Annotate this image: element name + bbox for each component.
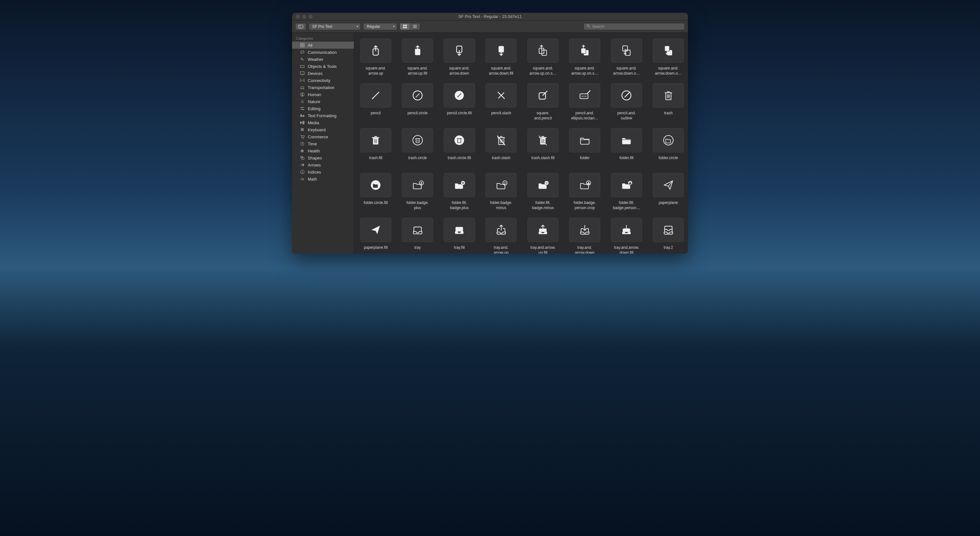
symbol-name: tray.and.arrow.down.fill [614, 245, 639, 254]
symbol-cell[interactable]: paperplane.fill [360, 218, 392, 254]
sidebar-item-health[interactable]: ✻Health [292, 147, 354, 154]
window-title: SF Pro Text - Regular - 15.0d7e11 [458, 14, 522, 19]
sidebar-item-connectivity[interactable]: Connectivity [292, 77, 354, 84]
sidebar-item-weather[interactable]: Weather [292, 56, 354, 63]
svg-rect-82 [299, 25, 303, 28]
sidebar-item-indices[interactable]: aIndices [292, 169, 354, 175]
arrow-right-icon [300, 163, 305, 167]
symbol-cell[interactable]: square.and.arrow.down.fill [485, 38, 517, 76]
sidebar-item-math[interactable]: √xMath [292, 175, 354, 183]
list-view-button[interactable] [410, 23, 420, 30]
sidebar-item-shapes[interactable]: Shapes [292, 154, 354, 161]
symbol-cell[interactable]: tray.and.arrow.up [485, 218, 517, 254]
symbol-cell[interactable]: trash.circle [402, 128, 434, 166]
search-field[interactable] [584, 23, 685, 30]
close-window-button[interactable] [296, 15, 300, 19]
sidebar-item-communication[interactable]: Communication [292, 49, 354, 56]
sf-symbols-window: SF Pro Text - Regular - 15.0d7e11 SF Pro… [292, 13, 688, 254]
symbol-cell[interactable]: paperplane [653, 173, 684, 211]
sidebar-item-human[interactable]: Human [292, 91, 354, 98]
symbol-cell[interactable]: folder.fill.badge.plus [444, 173, 475, 211]
symbol-cell[interactable]: pencil.and.ellipsis.rectan… [569, 83, 601, 121]
font-weight-select[interactable]: Regular [363, 23, 397, 30]
tray-arrow-up-icon [485, 218, 517, 242]
symbol-cell[interactable]: trash.slash [485, 128, 517, 166]
sidebar-item-text-formatting[interactable]: AaText Formatting [292, 112, 354, 119]
symbol-cell[interactable]: tray.and.arrow.down.fill [611, 218, 643, 254]
trash-slash-icon [485, 128, 517, 153]
sidebar-item-transportation[interactable]: Transportation [292, 84, 354, 91]
svg-point-107 [301, 107, 302, 108]
sidebar-item-label: Human [308, 92, 321, 97]
square-arrow-up-fill-icon [402, 38, 433, 63]
toggle-sidebar-button[interactable] [295, 23, 306, 30]
symbol-cell[interactable]: trash.slash.fill [527, 128, 559, 166]
symbol-cell[interactable]: tray.fill [444, 218, 475, 254]
symbol-cell[interactable]: square.and.arrow.up [360, 38, 392, 76]
symbol-name: trash [664, 111, 673, 121]
sidebar-item-time[interactable]: Time [292, 140, 354, 147]
symbol-cell[interactable]: folder.fill.badge.person… [611, 173, 643, 211]
pencil-slash-icon [485, 83, 517, 108]
sidebar-item-media[interactable]: Media [292, 119, 354, 126]
square-arrow-down-on-square-fill-icon [653, 38, 684, 63]
symbol-cell[interactable]: folder.circle.fill [360, 173, 392, 211]
sidebar-item-commerce[interactable]: Commerce [292, 133, 354, 140]
sidebar-item-editing[interactable]: Editing [292, 105, 354, 112]
symbol-cell[interactable]: tray.and.arrow.up.fill [527, 218, 559, 254]
grid-view-button[interactable] [400, 23, 410, 30]
symbol-cell[interactable]: square.and.arrow.up.on.s… [569, 38, 601, 76]
symbol-cell[interactable]: folder.fill.badge.minus [527, 173, 559, 211]
symbol-cell[interactable]: square.and.pencil [527, 83, 559, 121]
bubble-icon [300, 50, 305, 54]
trash-circle-fill-icon [444, 128, 475, 153]
symbol-cell[interactable]: square.and.arrow.down.o… [653, 38, 684, 76]
symbol-cell[interactable]: square.and.arrow.up.fill [402, 38, 434, 76]
minimize-window-button[interactable] [302, 15, 306, 19]
sidebar-item-devices[interactable]: Devices [292, 70, 354, 77]
symbol-cell[interactable]: trash.fill [360, 128, 392, 166]
svg-point-104 [302, 94, 303, 95]
symbol-cell[interactable]: folder.badge.plus [402, 173, 434, 211]
symbol-cell[interactable]: square.and.arrow.down [444, 38, 475, 76]
sidebar-item-arrows[interactable]: Arrows [292, 161, 354, 169]
symbol-grid-scroll[interactable]: square.and.arrow.upsquare.and.arrow.up.f… [354, 33, 688, 254]
symbol-cell[interactable]: tray.2 [653, 218, 684, 254]
search-input[interactable] [592, 24, 682, 29]
symbol-cell[interactable]: folder [569, 128, 601, 166]
sidebar-item-label: Health [308, 149, 320, 153]
zoom-window-button[interactable] [309, 15, 313, 19]
symbol-cell[interactable]: folder.circle [653, 128, 684, 166]
grid-icon [300, 43, 305, 48]
symbol-cell[interactable]: pencil.and.outline [611, 83, 643, 121]
tray-arrow-up-fill-icon [527, 218, 558, 242]
sidebar-item-keyboard[interactable]: ⌘Keyboard [292, 126, 354, 133]
symbol-cell[interactable]: folder.badge.minus [485, 173, 517, 211]
sidebar-item-label: Keyboard [308, 127, 326, 132]
sidebar-item-nature[interactable]: Nature [292, 98, 354, 105]
symbol-cell[interactable]: tray.and.arrow.down [569, 218, 601, 254]
symbol-cell[interactable]: pencil.circle [402, 83, 434, 121]
sidebar-item-objects-tools[interactable]: Objects & Tools [292, 63, 354, 70]
sidebar-item-all[interactable]: All [292, 41, 354, 49]
square-arrow-down-icon [444, 38, 475, 63]
svg-text:a: a [301, 171, 303, 173]
symbol-cell[interactable]: square.and.arrow.down.o… [611, 38, 643, 76]
symbol-cell[interactable]: folder.fill [611, 128, 643, 166]
symbol-cell[interactable]: trash [653, 83, 684, 121]
font-family-select[interactable]: SF Pro Text [309, 23, 361, 30]
sidebar-item-label: Nature [308, 99, 320, 104]
symbol-name: trash.slash [492, 156, 511, 166]
symbol-cell[interactable]: pencil.circle.fill [444, 83, 475, 121]
pencil-icon [360, 83, 391, 108]
square-arrow-up-icon [360, 38, 391, 63]
symbol-cell[interactable]: folder.badge.person.crop [569, 173, 601, 211]
symbol-cell[interactable]: trash.circle.fill [444, 128, 475, 166]
symbol-cell[interactable]: tray [402, 218, 434, 254]
symbol-cell[interactable]: pencil.slash [485, 83, 517, 121]
folder-badge-minus-icon [485, 173, 517, 197]
slider-icon [300, 106, 305, 111]
svg-rect-95 [301, 46, 302, 47]
symbol-cell[interactable]: pencil [360, 83, 392, 121]
symbol-cell[interactable]: square.and.arrow.up.on.s… [527, 38, 559, 76]
